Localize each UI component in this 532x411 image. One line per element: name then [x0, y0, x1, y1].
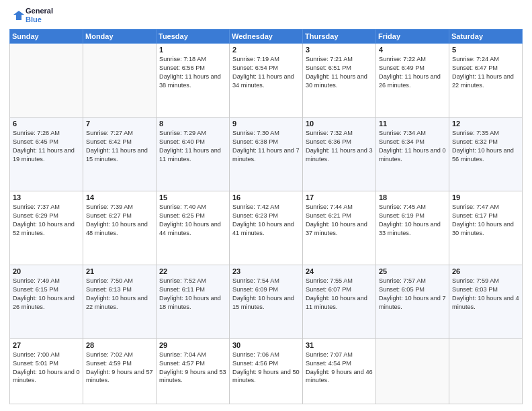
day-number: 20	[13, 267, 80, 275]
calendar-cell: 21Sunrise: 7:50 AMSunset: 6:13 PMDayligh…	[83, 265, 157, 338]
day-info: Sunrise: 7:00 AMSunset: 5:01 PMDaylight:…	[13, 351, 80, 385]
day-info: Sunrise: 7:32 AMSunset: 6:36 PMDaylight:…	[306, 129, 373, 164]
day-info: Sunrise: 7:06 AMSunset: 4:56 PMDaylight:…	[232, 351, 300, 385]
calendar-cell: 14Sunrise: 7:39 AMSunset: 6:27 PMDayligh…	[83, 191, 157, 265]
calendar-page: General Blue SundayMondayTuesdayWednesda…	[0, 0, 532, 411]
week-row-1: 1Sunrise: 7:18 AMSunset: 6:56 PMDaylight…	[10, 44, 523, 118]
weekday-header-friday: Friday	[376, 30, 449, 44]
calendar-cell: 29Sunrise: 7:04 AMSunset: 4:57 PMDayligh…	[157, 338, 230, 404]
day-number: 6	[13, 120, 80, 128]
day-info: Sunrise: 7:55 AMSunset: 6:07 PMDaylight:…	[306, 277, 373, 312]
calendar-cell: 11Sunrise: 7:34 AMSunset: 6:34 PMDayligh…	[376, 118, 449, 191]
calendar-cell: 17Sunrise: 7:44 AMSunset: 6:21 PMDayligh…	[303, 191, 376, 265]
day-info: Sunrise: 7:59 AMSunset: 6:03 PMDaylight:…	[452, 277, 519, 312]
day-number: 17	[306, 193, 373, 201]
day-info: Sunrise: 7:42 AMSunset: 6:23 PMDaylight:…	[232, 203, 300, 238]
day-number: 8	[159, 120, 226, 128]
calendar-cell	[83, 44, 157, 118]
day-info: Sunrise: 7:24 AMSunset: 6:47 PMDaylight:…	[452, 55, 519, 90]
calendar-cell: 28Sunrise: 7:02 AMSunset: 4:59 PMDayligh…	[83, 338, 157, 404]
calendar-cell: 18Sunrise: 7:45 AMSunset: 6:19 PMDayligh…	[376, 191, 449, 265]
logo: General Blue	[9, 7, 53, 24]
calendar-cell: 24Sunrise: 7:55 AMSunset: 6:07 PMDayligh…	[303, 265, 376, 338]
day-number: 23	[232, 267, 300, 275]
day-number: 13	[13, 193, 80, 201]
weekday-header-monday: Monday	[83, 30, 157, 44]
calendar-cell: 4Sunrise: 7:22 AMSunset: 6:49 PMDaylight…	[376, 44, 449, 118]
day-number: 4	[379, 46, 446, 54]
calendar-cell: 31Sunrise: 7:07 AMSunset: 4:54 PMDayligh…	[303, 338, 376, 404]
calendar-cell: 30Sunrise: 7:06 AMSunset: 4:56 PMDayligh…	[230, 338, 303, 404]
day-info: Sunrise: 7:34 AMSunset: 6:34 PMDaylight:…	[379, 129, 446, 164]
day-info: Sunrise: 7:44 AMSunset: 6:21 PMDaylight:…	[306, 203, 373, 238]
logo-text-blue: Blue	[26, 15, 53, 24]
day-info: Sunrise: 7:19 AMSunset: 6:54 PMDaylight:…	[232, 55, 300, 90]
day-info: Sunrise: 7:21 AMSunset: 6:51 PMDaylight:…	[306, 55, 373, 90]
week-row-4: 20Sunrise: 7:49 AMSunset: 6:15 PMDayligh…	[10, 265, 523, 338]
day-info: Sunrise: 7:02 AMSunset: 4:59 PMDaylight:…	[86, 351, 153, 385]
calendar-cell	[449, 338, 523, 404]
calendar-cell: 1Sunrise: 7:18 AMSunset: 6:56 PMDaylight…	[157, 44, 230, 118]
day-number: 22	[159, 267, 226, 275]
day-number: 5	[452, 46, 519, 54]
day-number: 14	[86, 193, 153, 201]
day-number: 27	[13, 341, 80, 349]
day-info: Sunrise: 7:30 AMSunset: 6:38 PMDaylight:…	[232, 129, 300, 164]
day-info: Sunrise: 7:27 AMSunset: 6:42 PMDaylight:…	[86, 129, 153, 164]
calendar-cell: 23Sunrise: 7:54 AMSunset: 6:09 PMDayligh…	[230, 265, 303, 338]
header: General Blue	[9, 7, 523, 24]
day-info: Sunrise: 7:54 AMSunset: 6:09 PMDaylight:…	[232, 277, 300, 312]
calendar-cell: 8Sunrise: 7:29 AMSunset: 6:40 PMDaylight…	[157, 118, 230, 191]
calendar-cell: 7Sunrise: 7:27 AMSunset: 6:42 PMDaylight…	[83, 118, 157, 191]
day-info: Sunrise: 7:47 AMSunset: 6:17 PMDaylight:…	[452, 203, 519, 238]
day-info: Sunrise: 7:39 AMSunset: 6:27 PMDaylight:…	[86, 203, 153, 238]
day-number: 24	[306, 267, 373, 275]
day-info: Sunrise: 7:49 AMSunset: 6:15 PMDaylight:…	[13, 277, 80, 312]
day-number: 16	[232, 193, 300, 201]
day-number: 28	[86, 341, 153, 349]
day-number: 9	[232, 120, 300, 128]
calendar-cell: 15Sunrise: 7:40 AMSunset: 6:25 PMDayligh…	[157, 191, 230, 265]
calendar-cell: 22Sunrise: 7:52 AMSunset: 6:11 PMDayligh…	[157, 265, 230, 338]
day-info: Sunrise: 7:07 AMSunset: 4:54 PMDaylight:…	[306, 351, 373, 385]
calendar-cell: 16Sunrise: 7:42 AMSunset: 6:23 PMDayligh…	[230, 191, 303, 265]
calendar-cell	[10, 44, 83, 118]
calendar-cell	[376, 338, 449, 404]
calendar-cell: 5Sunrise: 7:24 AMSunset: 6:47 PMDaylight…	[449, 44, 523, 118]
day-info: Sunrise: 7:22 AMSunset: 6:49 PMDaylight:…	[379, 55, 446, 90]
day-info: Sunrise: 7:29 AMSunset: 6:40 PMDaylight:…	[159, 129, 226, 164]
calendar-cell: 19Sunrise: 7:47 AMSunset: 6:17 PMDayligh…	[449, 191, 523, 265]
logo-bird-icon	[9, 9, 24, 21]
day-number: 31	[306, 341, 373, 349]
day-info: Sunrise: 7:18 AMSunset: 6:56 PMDaylight:…	[159, 55, 226, 90]
day-number: 11	[379, 120, 446, 128]
calendar-cell: 6Sunrise: 7:26 AMSunset: 6:45 PMDaylight…	[10, 118, 83, 191]
day-number: 1	[159, 46, 226, 54]
day-number: 29	[159, 341, 226, 349]
week-row-2: 6Sunrise: 7:26 AMSunset: 6:45 PMDaylight…	[10, 118, 523, 191]
calendar-cell: 9Sunrise: 7:30 AMSunset: 6:38 PMDaylight…	[230, 118, 303, 191]
day-info: Sunrise: 7:35 AMSunset: 6:32 PMDaylight:…	[452, 129, 519, 164]
day-number: 26	[452, 267, 519, 275]
day-number: 15	[159, 193, 226, 201]
day-info: Sunrise: 7:26 AMSunset: 6:45 PMDaylight:…	[13, 129, 80, 164]
weekday-header-sunday: Sunday	[10, 30, 83, 44]
day-number: 21	[86, 267, 153, 275]
day-info: Sunrise: 7:57 AMSunset: 6:05 PMDaylight:…	[379, 277, 446, 312]
day-info: Sunrise: 7:37 AMSunset: 6:29 PMDaylight:…	[13, 203, 80, 238]
weekday-header-tuesday: Tuesday	[157, 30, 230, 44]
calendar-cell: 26Sunrise: 7:59 AMSunset: 6:03 PMDayligh…	[449, 265, 523, 338]
day-number: 30	[232, 341, 300, 349]
day-number: 25	[379, 267, 446, 275]
week-row-5: 27Sunrise: 7:00 AMSunset: 5:01 PMDayligh…	[10, 338, 523, 404]
week-row-3: 13Sunrise: 7:37 AMSunset: 6:29 PMDayligh…	[10, 191, 523, 265]
svg-marker-0	[13, 11, 24, 20]
calendar-cell: 27Sunrise: 7:00 AMSunset: 5:01 PMDayligh…	[10, 338, 83, 404]
day-number: 19	[452, 193, 519, 201]
day-number: 2	[232, 46, 300, 54]
weekday-header-saturday: Saturday	[449, 30, 523, 44]
day-number: 12	[452, 120, 519, 128]
weekday-header-wednesday: Wednesday	[230, 30, 303, 44]
weekday-header-row: SundayMondayTuesdayWednesdayThursdayFrid…	[10, 30, 523, 44]
calendar-cell: 25Sunrise: 7:57 AMSunset: 6:05 PMDayligh…	[376, 265, 449, 338]
